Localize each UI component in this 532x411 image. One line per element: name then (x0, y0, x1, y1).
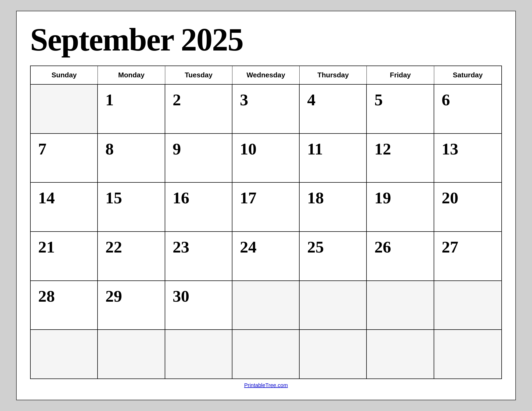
day-number: 18 (307, 189, 324, 206)
footer-link[interactable]: PrintableTree.com (244, 382, 288, 388)
day-cell: 2 (165, 85, 232, 133)
day-number: 17 (240, 189, 257, 206)
day-cell: 29 (98, 281, 165, 330)
day-header-sunday: Sunday (31, 66, 98, 84)
day-number: 2 (173, 91, 181, 108)
week-row-3: 14151617181920 (31, 183, 501, 232)
day-number: 15 (105, 189, 122, 206)
day-cell (367, 330, 434, 378)
day-cell: 17 (232, 183, 300, 231)
day-number: 26 (374, 239, 391, 255)
day-number: 13 (442, 140, 458, 157)
day-number: 22 (105, 239, 122, 255)
day-number: 11 (307, 140, 323, 157)
day-headers-row: SundayMondayTuesdayWednesdayThursdayFrid… (31, 66, 501, 85)
day-number: 20 (442, 189, 458, 206)
day-header-tuesday: Tuesday (165, 66, 232, 84)
week-row-1: 123456 (31, 85, 501, 134)
day-cell: 5 (367, 85, 434, 133)
week-row-5: 282930 (31, 281, 501, 330)
day-cell: 27 (434, 232, 501, 280)
day-cell: 11 (300, 134, 367, 182)
day-cell (434, 330, 501, 378)
day-cell: 3 (232, 85, 300, 133)
day-number: 21 (38, 239, 55, 255)
day-cell: 19 (367, 183, 434, 231)
calendar-grid: SundayMondayTuesdayWednesdayThursdayFrid… (30, 66, 502, 379)
day-number: 12 (374, 140, 391, 157)
day-cell: 1 (98, 85, 165, 133)
day-cell (300, 281, 367, 330)
day-cell (300, 330, 367, 378)
day-cell (98, 330, 165, 378)
calendar-page: September 2025 SundayMondayTuesdayWednes… (16, 11, 516, 400)
day-number: 29 (105, 288, 122, 304)
day-cell: 9 (165, 134, 232, 182)
day-number: 8 (105, 140, 114, 157)
week-row-2: 78910111213 (31, 134, 501, 183)
day-cell (31, 330, 98, 378)
day-number: 10 (240, 140, 257, 157)
day-number: 3 (240, 91, 248, 108)
day-cell (367, 281, 434, 330)
day-header-thursday: Thursday (300, 66, 367, 84)
day-header-monday: Monday (98, 66, 165, 84)
day-cell: 20 (434, 183, 501, 231)
day-number: 19 (374, 189, 391, 206)
day-cell: 26 (367, 232, 434, 280)
day-cell: 28 (31, 281, 98, 330)
day-cell: 22 (98, 232, 165, 280)
day-number: 24 (240, 239, 257, 255)
day-cell: 13 (434, 134, 501, 182)
day-number: 14 (38, 189, 55, 206)
day-number: 23 (173, 239, 189, 255)
day-cell: 30 (165, 281, 232, 330)
day-cell (165, 330, 232, 378)
day-cell: 6 (434, 85, 501, 133)
day-cell (31, 85, 98, 133)
day-number: 27 (442, 239, 458, 255)
week-row-4: 21222324252627 (31, 232, 501, 281)
day-number: 25 (307, 239, 324, 255)
day-header-friday: Friday (367, 66, 434, 84)
weeks-container: 1234567891011121314151617181920212223242… (31, 85, 501, 378)
day-cell (434, 281, 501, 330)
day-number: 9 (173, 140, 181, 157)
day-cell (232, 281, 300, 330)
calendar-title: September 2025 (30, 22, 502, 57)
day-cell: 12 (367, 134, 434, 182)
day-header-wednesday: Wednesday (232, 66, 300, 84)
day-cell: 16 (165, 183, 232, 231)
day-number: 4 (307, 91, 315, 108)
day-number: 7 (38, 140, 46, 157)
day-cell: 10 (232, 134, 300, 182)
day-number: 30 (173, 288, 189, 304)
day-cell: 7 (31, 134, 98, 182)
day-number: 1 (105, 91, 114, 108)
footer: PrintableTree.com (30, 379, 502, 392)
day-cell: 25 (300, 232, 367, 280)
day-number: 5 (374, 91, 383, 108)
day-cell: 24 (232, 232, 300, 280)
day-cell (232, 330, 300, 378)
day-cell: 23 (165, 232, 232, 280)
day-number: 28 (38, 288, 55, 304)
day-cell: 18 (300, 183, 367, 231)
day-cell: 4 (300, 85, 367, 133)
day-cell: 14 (31, 183, 98, 231)
day-header-saturday: Saturday (434, 66, 501, 84)
day-number: 16 (173, 189, 189, 206)
day-cell: 21 (31, 232, 98, 280)
day-number: 6 (442, 91, 450, 108)
day-cell: 15 (98, 183, 165, 231)
week-row-6 (31, 330, 501, 378)
day-cell: 8 (98, 134, 165, 182)
